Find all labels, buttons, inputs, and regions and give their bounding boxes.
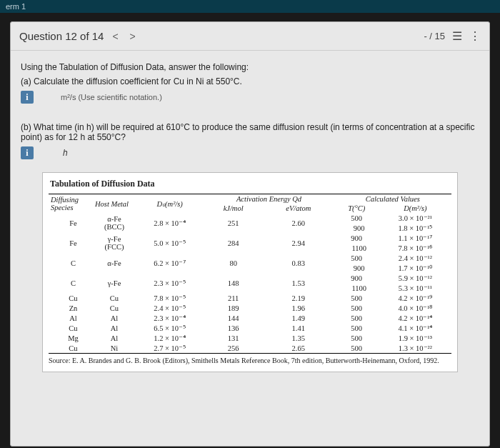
table-row: CuAl6.5 × 10⁻⁵1361.415004.1 × 10⁻¹⁴ — [49, 323, 451, 333]
question-title: Question 12 of 14 — [19, 30, 104, 42]
term-strip: erm 1 — [0, 0, 500, 13]
question-content: Using the Tabulation of Diffusion Data, … — [11, 51, 489, 379]
score-text: - / 15 — [424, 31, 445, 41]
next-question-button[interactable]: > — [127, 31, 139, 42]
table-row: Cα-Fe6.2 × 10⁻⁷800.835002.4 × 10⁻¹² — [49, 253, 451, 263]
table-row: ZnCu2.4 × 10⁻⁵1891.965004.0 × 10⁻¹⁸ — [49, 303, 451, 313]
question-panel: Question 12 of 14 < > - / 15 ☰ ⋮ Using t… — [10, 21, 490, 447]
table-row: Feγ-Fe(FCC)5.0 × 10⁻⁵2842.949001.1 × 10⁻… — [49, 233, 451, 243]
question-list-icon[interactable]: ☰ — [452, 29, 462, 43]
col-activation-group: Activation Energy Qd — [204, 194, 334, 204]
diffusion-table-wrap: Tabulation of Diffusion Data Diffusing S… — [42, 172, 458, 372]
part-b-text: (b) What time (in h) will be required at… — [21, 122, 479, 142]
col-dm: D(m²/s) — [379, 204, 451, 213]
col-calc-group: Calculated Values — [334, 194, 451, 204]
part-a-text: (a) Calculate the diffusion coefficient … — [21, 76, 479, 86]
table-row: Feα-Fe(BCC)2.8 × 10⁻⁴2512.605003.0 × 10⁻… — [49, 213, 451, 223]
h-variable: h — [63, 148, 68, 158]
col-d0: D₀(m²/s) — [136, 194, 204, 214]
prev-question-button[interactable]: < — [109, 31, 121, 42]
intro-text: Using the Tabulation of Diffusion Data, … — [21, 62, 479, 72]
col-evatom: eV/atom — [263, 204, 334, 213]
question-header: Question 12 of 14 < > - / 15 ☰ ⋮ — [11, 22, 489, 51]
info-icon[interactable]: i — [21, 91, 34, 104]
info-icon[interactable]: i — [21, 146, 34, 159]
table-row: Cγ-Fe2.3 × 10⁻⁵1481.539005.9 × 10⁻¹² — [49, 273, 451, 283]
table-body: Feα-Fe(BCC)2.8 × 10⁻⁴2512.605003.0 × 10⁻… — [49, 213, 451, 354]
table-row: CuNi2.7 × 10⁻⁵2562.655001.3 × 10⁻²² — [49, 343, 451, 354]
col-species: Diffusing Species — [49, 194, 93, 214]
table-source: Source: E. A. Brandes and G. B. Brook (E… — [49, 354, 451, 364]
col-host: Host Metal — [93, 194, 136, 214]
table-row: AlAl2.3 × 10⁻⁴1441.495004.2 × 10⁻¹⁴ — [49, 313, 451, 323]
col-kjmol: kJ/mol — [204, 204, 263, 213]
col-tc: T(°C) — [334, 204, 379, 213]
score-area: - / 15 ☰ ⋮ — [424, 29, 481, 43]
units-a: m²/s (Use scientific notation.) — [61, 93, 162, 101]
more-options-icon[interactable]: ⋮ — [469, 29, 481, 43]
table-title: Tabulation of Diffusion Data — [50, 179, 451, 189]
table-row: MgAl1.2 × 10⁻⁴1311.355001.9 × 10⁻¹³ — [49, 333, 451, 343]
table-row: CuCu7.8 × 10⁻⁵2112.195004.2 × 10⁻¹⁹ — [49, 293, 451, 303]
diffusion-table: Diffusing Species Host Metal D₀(m²/s) Ac… — [49, 194, 451, 354]
